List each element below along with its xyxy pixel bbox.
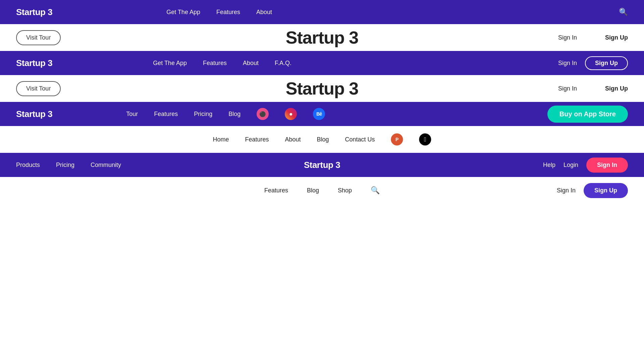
sign-up-button-5[interactable]: Sign Up [584,183,628,198]
sign-up-link-1[interactable]: Sign Up [605,34,628,41]
hero-row-1: Visit Tour Startup 3 Sign In Sign Up [0,24,644,51]
dribbble-icon-3[interactable]: ⚫ [257,108,269,120]
visit-tour-button-1[interactable]: Visit Tour [16,30,61,45]
visit-tour-button-2[interactable]: Visit Tour [16,81,61,96]
nav-link-community-4[interactable]: Community [91,162,121,168]
navbar-2: Startup 3 Get The App Features About F.A… [0,51,644,75]
help-link-4[interactable]: Help [543,162,555,169]
search-icon-5[interactable]: 🔍 [371,186,380,194]
nav-link-gettheapp-2[interactable]: Get The App [153,60,187,66]
producthunt-icon-4[interactable]: P [391,133,403,145]
nav-link-home-4[interactable]: Home [213,136,229,143]
navbar-3: Startup 3 Tour Features Pricing Blog ⚫ ●… [0,102,644,126]
sign-in-button-4[interactable]: Sign In [586,158,628,173]
nav-link-tour-3[interactable]: Tour [126,111,138,117]
hero-title-2: Startup 3 [286,78,358,99]
nav-link-features-1[interactable]: Features [216,9,240,15]
behance-icon-3[interactable]: Bê [313,108,325,120]
nav-link-features-2[interactable]: Features [203,60,227,66]
instagram-icon-3[interactable]: ● [285,108,297,120]
apple-icon-4[interactable]:  [419,133,431,145]
nav-link-products-4[interactable]: Products [16,162,40,168]
login-link-4[interactable]: Login [564,162,578,169]
nav-link-blog-3[interactable]: Blog [228,111,240,117]
hero-row-2: Visit Tour Startup 3 Sign In Sign Up [0,75,644,102]
sign-up-link-2[interactable]: Sign Up [605,85,628,92]
sign-in-link-1[interactable]: Sign In [558,34,577,41]
nav-link-gettheapp-1[interactable]: Get The App [166,9,200,15]
nav-link-about-1[interactable]: About [256,9,272,15]
sign-in-nav-2[interactable]: Sign In [558,60,577,67]
nav-logo-4: Startup 3 [304,160,340,170]
nav-link-about-4[interactable]: About [285,136,301,143]
hero-row-4: Features Blog Shop 🔍 Sign In Sign Up [0,177,644,204]
sign-in-link-2[interactable]: Sign In [558,85,577,92]
navbar-4: Products Pricing Community Startup 3 Hel… [0,153,644,177]
buy-app-store-button-3[interactable]: Buy on App Store [547,106,628,123]
nav-link-contactus-4[interactable]: Contact Us [345,136,375,143]
nav-link-faq-2[interactable]: F.A.Q. [275,60,291,66]
nav-link-features-5[interactable]: Features [264,187,288,194]
nav-link-pricing-4[interactable]: Pricing [56,162,74,168]
nav-logo-1: Startup 3 [16,7,52,17]
nav-link-features-4[interactable]: Features [245,136,269,143]
nav-logo-3: Startup 3 [16,109,52,119]
nav-link-features-3[interactable]: Features [154,111,178,117]
hero-row-3: Home Features About Blog Contact Us P  [0,126,644,153]
nav-link-blog-4[interactable]: Blog [317,136,329,143]
navbar-1: Startup 3 Get The App Features About 🔍 [0,0,644,24]
nav-link-shop-5[interactable]: Shop [338,187,352,194]
sign-up-nav-2[interactable]: Sign Up [585,56,628,70]
hero-title-1: Startup 3 [286,27,358,48]
nav-logo-2: Startup 3 [16,58,52,68]
search-icon-1[interactable]: 🔍 [619,8,628,16]
sign-in-link-5[interactable]: Sign In [557,187,576,194]
nav-link-blog-5[interactable]: Blog [307,187,319,194]
nav-link-pricing-3[interactable]: Pricing [194,111,212,117]
nav-link-about-2[interactable]: About [243,60,259,66]
